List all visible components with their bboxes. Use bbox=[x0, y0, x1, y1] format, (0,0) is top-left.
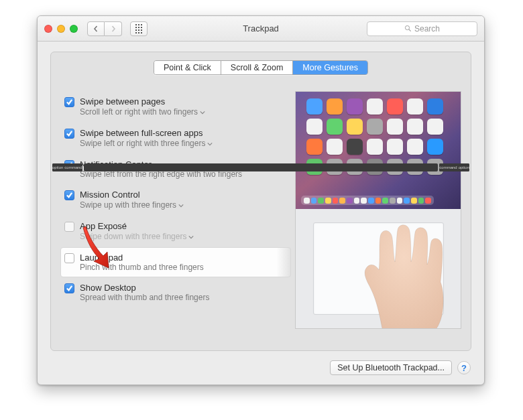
forward-button[interactable] bbox=[105, 21, 122, 36]
footer: Set Up Bluetooth Trackpad... ? bbox=[330, 360, 471, 375]
option-row[interactable]: App ExposéSwipe down with three fingers bbox=[60, 216, 291, 247]
dock-icon bbox=[301, 196, 434, 205]
option-title: Launchpad bbox=[80, 253, 204, 263]
checkbox[interactable] bbox=[64, 283, 74, 293]
tab-point-click[interactable]: Point & Click bbox=[154, 61, 221, 74]
traffic-lights bbox=[44, 25, 78, 33]
tab-scroll-zoom[interactable]: Scroll & Zoom bbox=[221, 61, 294, 74]
chevron-down-icon bbox=[178, 201, 184, 210]
option-text: App ExposéSwipe down with three fingers bbox=[80, 221, 194, 242]
option-subtitle[interactable]: Swipe up with three fingers bbox=[80, 200, 184, 210]
close-button[interactable] bbox=[44, 25, 52, 33]
option-text: LaunchpadPinch with thumb and three fing… bbox=[80, 253, 204, 272]
option-subtitle: Spread with thumb and three fingers bbox=[80, 293, 209, 302]
back-button[interactable] bbox=[87, 21, 105, 36]
minimize-button[interactable] bbox=[57, 25, 65, 33]
option-row[interactable]: LaunchpadPinch with thumb and three fing… bbox=[60, 247, 291, 277]
grid-icon bbox=[135, 24, 142, 33]
gesture-preview: optioncommand commandoption bbox=[295, 91, 461, 329]
nav-back-forward bbox=[87, 21, 122, 36]
preview-trackpad bbox=[296, 209, 461, 328]
tab-more-gestures[interactable]: More Gestures bbox=[293, 61, 367, 74]
window: Trackpad Search Point & Click Scroll & Z… bbox=[37, 15, 485, 385]
search-field[interactable]: Search bbox=[367, 21, 477, 36]
search-placeholder: Search bbox=[414, 24, 440, 33]
checkbox[interactable] bbox=[64, 97, 74, 107]
option-text: Swipe between full-screen appsSwipe left… bbox=[80, 128, 213, 149]
option-row[interactable]: Swipe between full-screen appsSwipe left… bbox=[60, 123, 291, 154]
option-text: Swipe between pagesScroll left or right … bbox=[80, 96, 205, 117]
content-panel: Point & Click Scroll & Zoom More Gesture… bbox=[50, 52, 471, 351]
keyboard-strip: optioncommand commandoption bbox=[295, 163, 461, 171]
option-row[interactable]: Mission ControlSwipe up with three finge… bbox=[60, 184, 291, 216]
key-command: command bbox=[439, 163, 457, 171]
preview-screen bbox=[296, 92, 461, 209]
setup-bluetooth-button[interactable]: Set Up Bluetooth Trackpad... bbox=[330, 360, 452, 375]
option-title: App Exposé bbox=[80, 221, 194, 231]
help-button[interactable]: ? bbox=[457, 361, 471, 374]
body: Swipe between pagesScroll left or right … bbox=[51, 75, 471, 338]
option-subtitle[interactable]: Swipe down with three fingers bbox=[80, 231, 194, 242]
option-subtitle[interactable]: Scroll left or right with two fingers bbox=[80, 107, 205, 117]
show-all-button[interactable] bbox=[130, 21, 148, 36]
key-option: option bbox=[459, 163, 461, 171]
chevron-down-icon bbox=[188, 232, 194, 242]
option-subtitle[interactable]: Swipe left or right with three fingers bbox=[80, 138, 213, 149]
checkbox[interactable] bbox=[64, 222, 74, 232]
option-row[interactable]: Show DesktopSpread with thumb and three … bbox=[60, 277, 291, 307]
hand-icon bbox=[356, 222, 461, 329]
chevron-down-icon bbox=[200, 108, 205, 117]
option-title: Mission Control bbox=[80, 190, 184, 200]
zoom-button[interactable] bbox=[70, 25, 78, 33]
options-list: Swipe between pagesScroll left or right … bbox=[60, 91, 291, 329]
option-title: Swipe between full-screen apps bbox=[80, 128, 213, 138]
option-title: Show Desktop bbox=[80, 283, 209, 293]
svg-line-1 bbox=[409, 29, 411, 31]
search-icon bbox=[404, 25, 412, 32]
option-text: Mission ControlSwipe up with three finge… bbox=[80, 190, 184, 210]
option-text: Show DesktopSpread with thumb and three … bbox=[80, 283, 209, 302]
option-title: Swipe between pages bbox=[80, 96, 205, 107]
chevron-down-icon bbox=[207, 139, 213, 149]
checkbox[interactable] bbox=[64, 129, 74, 139]
option-subtitle: Pinch with thumb and three fingers bbox=[80, 263, 204, 272]
svg-point-0 bbox=[405, 25, 409, 29]
tabs: Point & Click Scroll & Zoom More Gesture… bbox=[51, 60, 471, 75]
option-row[interactable]: Swipe between pagesScroll left or right … bbox=[60, 91, 291, 123]
checkbox[interactable] bbox=[64, 190, 74, 200]
checkbox[interactable] bbox=[64, 253, 74, 263]
titlebar: Trackpad Search bbox=[38, 16, 484, 42]
